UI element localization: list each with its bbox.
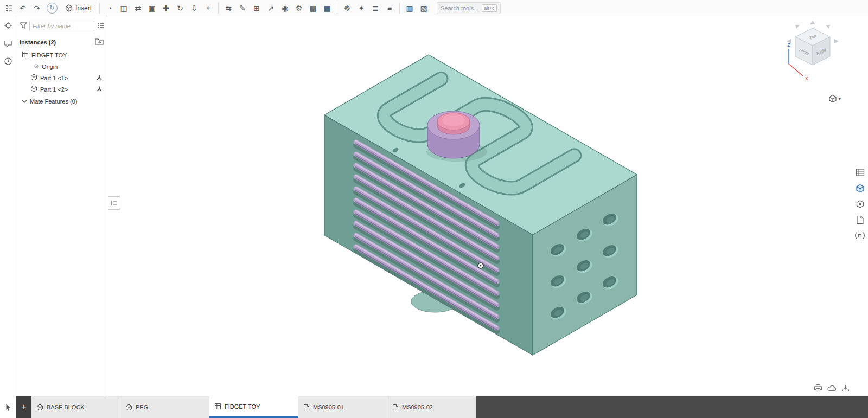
toolbar-separator [218,3,219,14]
filter-by-name-input[interactable] [29,21,94,31]
drawing-icon [303,404,310,411]
snap-mode-icon[interactable]: ⇩ [188,2,201,15]
configurations-panel-icon[interactable] [854,214,865,225]
instances-header-label: Instances (2) [20,39,56,46]
bom-table-icon[interactable]: ▦ [321,2,334,15]
assembly-instances-panel: Instances (2) FIDGET TOY Origin [16,16,108,396]
display-states-icon[interactable]: ≡ [383,2,396,15]
left-icon-strip [0,16,16,396]
filter-row [20,21,108,31]
tree-row-part2[interactable]: Part 1 <2> [20,83,108,95]
translate-icon[interactable]: ⌖ [202,2,215,15]
instance-tree: FIDGET TOY Origin Part 1 <1> [20,49,108,107]
status-icon-group [814,384,850,394]
x-axis-line [789,64,803,76]
search-tools-input[interactable]: Search tools... alt+c [437,2,501,14]
select-cursor-icon[interactable] [5,403,12,411]
z-axis-label: Z [787,42,790,48]
assembly-feature-icon[interactable]: ⚙ [292,2,305,15]
tab-label: FIDGET TOY [225,403,260,410]
tab-peg[interactable]: PEG [120,396,209,418]
insert-label: Insert [75,4,92,12]
footer-left [0,396,16,418]
replicate-icon[interactable]: ⇄ [131,2,144,15]
tab-label: BASE BLOCK [47,404,85,410]
chevron-down-icon[interactable] [22,98,27,105]
origin-label: Origin [42,63,58,70]
print-icon[interactable] [814,384,822,394]
tree-row-part1[interactable]: Part 1 <1> [20,72,108,83]
hatch-icon[interactable]: ≣ [369,2,382,15]
edit-in-context-icon[interactable]: ✎ [236,2,249,15]
tab-ms0905-02[interactable]: MS0905-02 [387,396,476,418]
filter-funnel-icon[interactable] [20,22,27,31]
feature-list-handle[interactable] [108,196,120,210]
mass-properties-icon[interactable]: ◔ [103,2,116,15]
top-toolbar: ↶ ↷ ↻ Insert ◔ ◫ ⇄ ▣ ✚ ↻ ⇩ ⌖ ⇆ ✎ ⊞ ↗ ◉ ⚙… [0,0,868,16]
measure-panel-icon[interactable] [854,230,865,241]
insert-cube-icon [65,4,73,12]
sync-icon[interactable]: ↻ [47,3,58,14]
follow-mode-icon[interactable] [3,21,13,30]
redo-icon[interactable]: ↷ [30,2,43,15]
tree-row-assembly[interactable]: FIDGET TOY [20,49,108,61]
cloud-sync-icon[interactable] [827,384,837,393]
x-axis-label: X [805,76,808,81]
tab-fidget-toy[interactable]: FIDGET TOY [209,396,298,418]
view-cube[interactable]: Top Front Right Z X [780,18,845,90]
bom-panel-icon[interactable] [854,167,865,178]
tab-label: MS0905-02 [402,404,433,410]
gear-relation-icon[interactable]: ☸ [341,2,354,15]
add-tab-button[interactable]: + [16,396,31,418]
insert-instance-icon[interactable] [95,38,104,46]
copy-icon[interactable]: ▤ [307,2,320,15]
explode-icon[interactable]: ↗ [264,2,277,15]
rotate-corner-arrow-icon[interactable] [826,25,830,29]
sheet-icon[interactable]: ▥ [403,2,416,15]
mate-connectors-panel-icon[interactable] [854,198,865,209]
graphics-viewport[interactable]: Top Front Right Z X ▾ [108,16,868,396]
mate-features-section[interactable]: Mate Features (0) [20,95,108,107]
instances-list-icon[interactable] [854,183,865,194]
insert-part-icon[interactable]: ◫ [117,2,130,15]
search-tools-placeholder: Search tools... [441,5,478,11]
appearance-icon[interactable]: ✦ [355,2,368,15]
part-instance-icon [30,74,37,82]
grid-icon[interactable]: ▧ [417,2,430,15]
tree-row-origin[interactable]: Origin [20,61,108,72]
right-tool-strip [854,167,865,241]
part-instance-icon [30,85,37,93]
rotate-part-icon[interactable]: ↻ [174,2,187,15]
named-views-icon[interactable]: ◉ [278,2,291,15]
rotate-right-arrow-icon[interactable] [834,39,839,43]
rotate-corner-arrow-icon[interactable] [795,25,800,29]
part2-label: Part 1 <2> [40,86,68,93]
drawing-icon [392,404,399,411]
versions-history-icon[interactable] [3,56,13,66]
assembly-name-label: FIDGET TOY [31,52,67,59]
part1-label: Part 1 <1> [40,75,68,81]
move-part-icon[interactable]: ✚ [159,2,173,15]
fix-part-icon[interactable]: ▣ [145,2,158,15]
mate-connector-icon[interactable] [96,86,103,93]
pattern-icon[interactable]: ⊞ [250,2,263,15]
insert-button[interactable]: Insert [61,2,96,15]
view-options-menu[interactable]: ▾ [828,94,841,103]
mate-connector-icon[interactable] [96,74,103,82]
tab-base-block[interactable]: BASE BLOCK [31,396,120,418]
rotate-up-arrow-icon[interactable] [810,21,815,24]
3d-scene[interactable] [108,16,868,396]
part-studio-icon [36,404,43,411]
feature-tree-icon[interactable] [2,2,15,15]
tab-ms0905-01[interactable]: MS0905-01 [298,396,387,418]
onshape-assembly-window: ↶ ↷ ↻ Insert ◔ ◫ ⇄ ▣ ✚ ↻ ⇩ ⌖ ⇆ ✎ ⊞ ↗ ◉ ⚙… [0,0,868,418]
comments-icon[interactable] [3,38,13,48]
fidget-toy-model[interactable] [324,55,637,355]
tab-bar-filler [476,396,868,418]
undo-icon[interactable]: ↶ [16,2,29,15]
export-tray-icon[interactable] [841,384,850,394]
search-shortcut-badge: alt+c [482,4,496,12]
list-view-toggle-icon[interactable] [97,22,105,31]
swap-instance-icon[interactable]: ⇆ [222,2,235,15]
view-mode-cube-icon [828,94,837,103]
